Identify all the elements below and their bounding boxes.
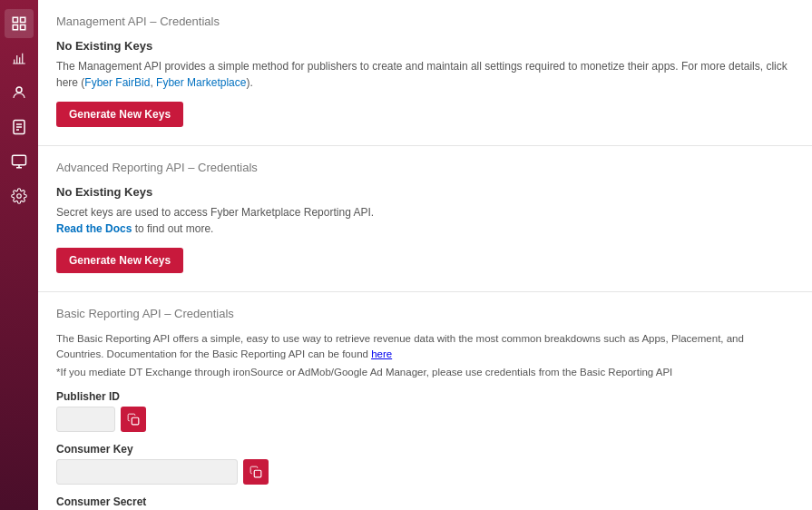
consumer-secret-group: Consumer Secret [56, 495, 794, 511]
svg-rect-12 [132, 417, 139, 425]
sidebar-item-reports[interactable]: rect,line{stroke:#fff;stroke-width:2;fil… [5, 113, 34, 142]
publisher-id-row [56, 407, 794, 432]
basic-reporting-here-link[interactable]: here [371, 348, 392, 359]
consumer-key-input[interactable] [56, 459, 238, 485]
basic-desc-text1: The Basic Reporting API offers a simple,… [56, 333, 744, 359]
copy-icon [249, 466, 262, 478]
publisher-id-copy-btn[interactable] [121, 407, 146, 432]
sidebar: path{stroke:#fff;stroke-width:2;fill:non… [0, 0, 38, 510]
advanced-desc-text2: to find out more. [132, 222, 213, 235]
advanced-reporting-api-title: Advanced Reporting API – Credentials [56, 161, 794, 174]
management-api-description: The Management API provides a simple met… [56, 58, 794, 91]
advanced-reporting-api-section: Advanced Reporting API – Credentials No … [38, 146, 812, 292]
main-content: Management API – Credentials No Existing… [38, 0, 812, 510]
publisher-id-label: Publisher ID [56, 390, 794, 403]
svg-rect-1 [21, 17, 25, 22]
read-docs-link[interactable]: Read the Docs [56, 222, 132, 235]
sidebar-item-dashboard[interactable] [5, 9, 34, 38]
advanced-reporting-description: Secret keys are used to access Fyber Mar… [56, 204, 794, 237]
svg-rect-0 [13, 17, 17, 22]
svg-point-4 [16, 87, 22, 93]
svg-rect-2 [13, 25, 17, 30]
advanced-reporting-no-keys: No Existing Keys [56, 185, 794, 199]
svg-rect-13 [254, 470, 261, 477]
management-api-generate-btn[interactable]: Generate New Keys [56, 102, 183, 127]
consumer-key-group: Consumer Key [56, 443, 794, 485]
management-api-desc-end: ). [246, 76, 252, 89]
advanced-desc-text1: Secret keys are used to access Fyber Mar… [56, 206, 374, 219]
basic-reporting-api-title: Basic Reporting API – Credentials [56, 307, 794, 320]
basic-reporting-description: The Basic Reporting API offers a simple,… [56, 331, 794, 363]
sidebar-item-users[interactable]: circle,path{stroke:#fff;stroke-width:2;f… [5, 78, 34, 107]
management-api-no-keys: No Existing Keys [56, 39, 794, 53]
sidebar-item-analytics[interactable]: path{stroke:#fff;stroke-width:2;fill:non… [5, 44, 34, 73]
sidebar-item-monitor[interactable]: rect,line{stroke:#fff;stroke-width:2;fil… [5, 147, 34, 176]
publisher-id-input[interactable] [56, 407, 115, 432]
management-api-title: Management API – Credentials [56, 15, 794, 28]
svg-rect-3 [21, 25, 25, 30]
sidebar-item-settings[interactable]: path{stroke:#fff;stroke-width:1.5;fill:n… [5, 181, 34, 211]
basic-reporting-note: *If you mediate DT Exchange through iron… [56, 367, 794, 378]
consumer-key-label: Consumer Key [56, 443, 794, 456]
consumer-key-copy-btn[interactable] [243, 459, 269, 485]
management-api-section: Management API – Credentials No Existing… [38, 0, 812, 146]
fyber-fairbid-link[interactable]: Fyber FairBid [84, 76, 150, 89]
advanced-reporting-generate-btn[interactable]: Generate New Keys [56, 248, 183, 273]
publisher-id-group: Publisher ID [56, 390, 794, 432]
consumer-key-row [56, 459, 794, 485]
copy-icon [127, 413, 140, 426]
consumer-secret-label: Consumer Secret [56, 495, 794, 508]
fyber-marketplace-link[interactable]: Fyber Marketplace [156, 76, 246, 89]
svg-rect-9 [13, 155, 26, 165]
basic-reporting-api-section: Basic Reporting API – Credentials The Ba… [38, 292, 812, 510]
